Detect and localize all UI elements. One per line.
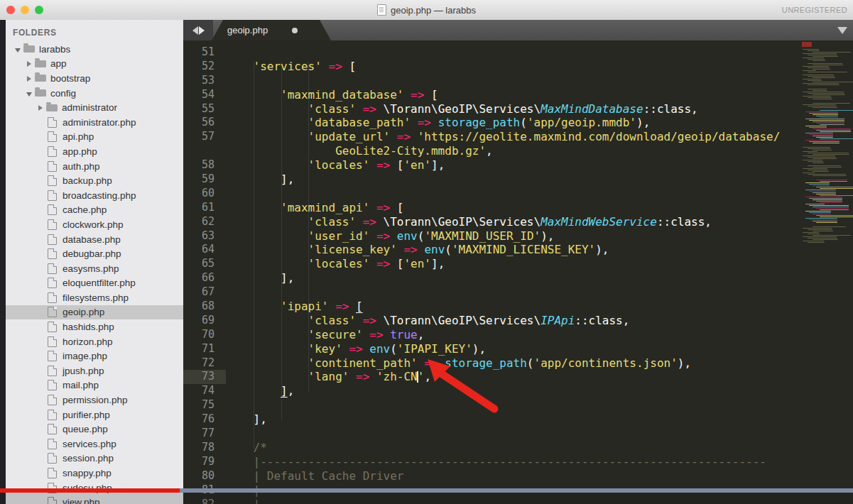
tab-scroll-right-icon[interactable] [199, 26, 205, 35]
sidebar-item-mail-php[interactable]: mail.php [6, 378, 183, 393]
code-line-67[interactable]: 67 [183, 285, 853, 300]
line-number [183, 144, 226, 158]
code-line-53[interactable]: 53 [183, 74, 853, 88]
file-icon [48, 410, 57, 420]
minimize-icon[interactable] [21, 6, 29, 14]
minimap-row [813, 65, 843, 65]
code-line-80[interactable]: 80 | Default Cache Driver [183, 469, 853, 483]
sidebar-item-jpush-php[interactable]: jpush.php [6, 363, 183, 378]
sidebar-item-queue-php[interactable]: queue.php [6, 422, 183, 437]
sidebar-item-broadcasting-php[interactable]: broadcasting.php [6, 188, 183, 203]
chevron-down-icon[interactable] [15, 48, 21, 53]
sidebar-item-session-php[interactable]: session.php [6, 451, 183, 466]
sidebar-item-administrator-php[interactable]: administrator.php [6, 115, 183, 130]
sidebar-item-eloquentfilter-php[interactable]: eloquentfilter.php [6, 276, 183, 291]
tree-item-label: purifier.php [63, 410, 110, 420]
code-line-wrap[interactable]: GeoLite2-City.mmdb.gz', [183, 144, 853, 158]
code-text: 'license_key' => env('MAXMIND_LICENSE_KE… [226, 243, 853, 257]
sidebar-item-app-php[interactable]: app.php [6, 144, 183, 159]
code-line-65[interactable]: 65 'locales' => ['en'], [183, 257, 853, 271]
zoom-icon[interactable] [35, 6, 43, 14]
code-line-51[interactable]: 51 [183, 45, 853, 60]
sidebar-item-snappy-php[interactable]: snappy.php [6, 466, 183, 481]
minimap-row [803, 49, 819, 50]
code-line-68[interactable]: 68 'ipapi' => [ [183, 300, 853, 314]
minimap-row [803, 160, 822, 160]
code-line-54[interactable]: 54 'maxmind_database' => [ [183, 88, 853, 102]
sidebar-item-permission-php[interactable]: permission.php [6, 393, 183, 407]
code-line-55[interactable]: 55 'class' => \Torann\GeoIP\Services\Max… [183, 102, 853, 116]
minimap[interactable] [801, 40, 853, 253]
code-line-78[interactable]: 78 /* [183, 441, 853, 455]
sidebar-item-hashids-php[interactable]: hashids.php [6, 319, 183, 334]
code-line-77[interactable]: 77 [183, 427, 853, 441]
minimap-row [820, 202, 842, 203]
tab-geoip-php[interactable]: geoip.php [212, 20, 331, 40]
tree-item-label: larabbs [39, 44, 70, 55]
sidebar-item-administrator[interactable]: administrator [6, 100, 183, 115]
modified-dot-icon [292, 28, 298, 33]
sidebar-item-filesystems-php[interactable]: filesystems.php [6, 290, 183, 305]
code-text: |---------------------------------------… [226, 455, 853, 469]
code-line-75[interactable]: 75 [183, 398, 853, 412]
sidebar-item-larabbs[interactable]: larabbs [6, 42, 183, 57]
folder-icon [23, 45, 35, 53]
minimap-row [809, 198, 842, 199]
code-text: GeoLite2-City.mmdb.gz', [226, 144, 853, 158]
code-line-58[interactable]: 58 'locales' => ['en'], [183, 158, 853, 172]
code-line-72[interactable]: 72 'continent_path' => storage_path('app… [183, 356, 853, 371]
code-line-82[interactable]: 82 | [183, 498, 853, 504]
sidebar-item-auth-php[interactable]: auth.php [6, 159, 183, 174]
minimap-row [813, 114, 838, 115]
code-line-71[interactable]: 71 'key' => env('IPAPI_KEY'), [183, 342, 853, 356]
code-line-64[interactable]: 64 'license_key' => env('MAXMIND_LICENSE… [183, 243, 853, 257]
sidebar-item-services-php[interactable]: services.php [6, 437, 183, 451]
code-line-57[interactable]: 57 'update_url' => 'https://geolite.maxm… [183, 130, 853, 144]
code-line-76[interactable]: 76 ], [183, 412, 853, 427]
tab-scroll-left-icon[interactable] [192, 26, 198, 35]
code-line-73[interactable]: 73 'lang' => 'zh-CN', [183, 370, 853, 384]
chevron-right-icon[interactable] [38, 105, 43, 111]
sidebar-item-debugbar-php[interactable]: debugbar.php [6, 246, 183, 261]
chevron-right-icon[interactable] [27, 76, 31, 82]
sidebar-item-backup-php[interactable]: backup.php [6, 173, 183, 188]
minimap-row [813, 52, 851, 53]
file-icon [48, 307, 57, 317]
minimap-row [809, 120, 844, 121]
code-editor[interactable]: 5152 'services' => [5354 'maxmind_databa… [183, 40, 853, 504]
sidebar-item-bootstrap[interactable]: bootstrap [6, 71, 183, 86]
code-line-70[interactable]: 70 'secure' => true, [183, 328, 853, 342]
line-number: 64 [183, 243, 226, 257]
code-line-62[interactable]: 62 'class' => \Torann\GeoIP\Services\Max… [183, 215, 853, 229]
sidebar-item-easysms-php[interactable]: easysms.php [6, 261, 183, 276]
sidebar-item-purifier-php[interactable]: purifier.php [6, 407, 183, 422]
sidebar-item-image-php[interactable]: image.php [6, 349, 183, 363]
sidebar-item-config[interactable]: config [6, 86, 183, 101]
tree-item-label: snappy.php [63, 468, 112, 478]
sidebar-item-app[interactable]: app [6, 57, 183, 72]
code-line-69[interactable]: 69 'class' => \Torann\GeoIP\Services\IPA… [183, 314, 853, 328]
sidebar-item-database-php[interactable]: database.php [6, 232, 183, 247]
video-progress-bar[interactable] [0, 488, 853, 493]
code-line-60[interactable]: 60 [183, 187, 853, 201]
sidebar-item-geoip-php[interactable]: geoip.php [6, 305, 183, 320]
code-line-79[interactable]: 79 |------------------------------------… [183, 455, 853, 469]
overflow-down-triangle-icon[interactable] [837, 27, 847, 34]
sidebar-item-horizon-php[interactable]: horizon.php [6, 334, 183, 349]
code-line-61[interactable]: 61 'maxmind_api' => [ [183, 201, 853, 215]
chevron-right-icon[interactable] [27, 61, 31, 67]
chevron-down-icon[interactable] [26, 92, 32, 97]
code-line-59[interactable]: 59 ], [183, 172, 853, 187]
code-line-52[interactable]: 52 'services' => [ [183, 60, 853, 74]
close-icon[interactable] [6, 6, 15, 14]
code-line-63[interactable]: 63 'user_id' => env('MAXMIND_USER_ID'), [183, 229, 853, 243]
sidebar-item-view-php[interactable]: view.php [6, 495, 183, 504]
code-line-66[interactable]: 66 ], [183, 271, 853, 285]
tree-item-label: bootstrap [50, 73, 90, 84]
minimap-row [813, 175, 847, 176]
sidebar-item-clockwork-php[interactable]: clockwork.php [6, 217, 183, 232]
sidebar-item-api-php[interactable]: api.php [6, 130, 183, 145]
code-line-56[interactable]: 56 'database_path' => storage_path('app/… [183, 116, 853, 130]
sidebar-item-cache-php[interactable]: cache.php [6, 203, 183, 218]
code-line-74[interactable]: 74 ], [183, 384, 853, 398]
